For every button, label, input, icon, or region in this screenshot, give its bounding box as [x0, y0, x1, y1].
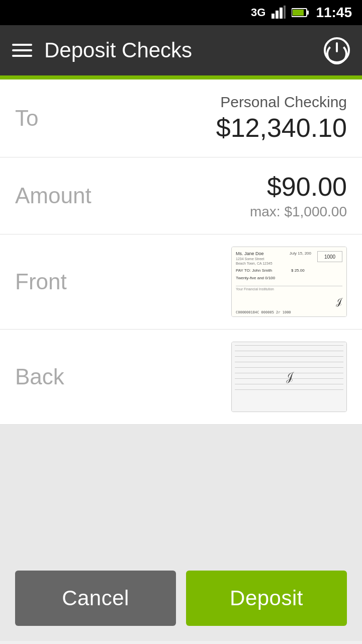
account-name: Personal Checking	[216, 94, 347, 111]
check-bank-line	[236, 282, 342, 286]
back-label: Back	[15, 364, 64, 389]
to-row[interactable]: To Personal Checking $12,340.10	[0, 79, 362, 157]
signal-text: 3G	[251, 6, 265, 19]
svg-rect-5	[307, 11, 309, 15]
status-bar: 3G 11:45	[0, 0, 362, 25]
amount-max: max: $1,000.00	[250, 204, 347, 220]
toolbar-left: Deposit Checks	[12, 38, 192, 62]
check-amount-box: 1000	[317, 251, 342, 262]
power-button[interactable]	[324, 37, 350, 63]
svg-rect-0	[272, 14, 275, 19]
hamburger-line-3	[12, 55, 32, 57]
time-display: 11:45	[316, 5, 352, 21]
svg-rect-1	[276, 11, 279, 19]
back-check-thumbnail[interactable]: 𝒥	[231, 342, 347, 412]
cancel-button[interactable]: Cancel	[15, 571, 176, 626]
to-value: Personal Checking $12,340.10	[216, 94, 347, 143]
amount-row[interactable]: Amount $90.00 max: $1,000.00	[0, 157, 362, 234]
back-row[interactable]: Back 𝒥	[0, 330, 362, 425]
button-row: Cancel Deposit	[0, 555, 362, 641]
status-bar-right: 3G 11:45	[251, 5, 352, 21]
accent-bar	[0, 75, 362, 79]
amount-value-container: $90.00 max: $1,000.00	[250, 172, 347, 220]
check-front-image: Ms. Jane Doe 1234 Some Street Beach Town…	[232, 247, 346, 316]
front-row[interactable]: Front Ms. Jane Doe 1234 Some Street Beac…	[0, 234, 362, 330]
svg-rect-3	[284, 6, 286, 19]
hamburger-line-2	[12, 49, 32, 51]
front-check-thumbnail[interactable]: Ms. Jane Doe 1234 Some Street Beach Town…	[231, 247, 347, 317]
check-bank-name: Your Financial Institution	[236, 287, 342, 291]
toolbar: Deposit Checks	[0, 25, 362, 75]
battery-icon	[292, 8, 310, 18]
check-back-image: 𝒥	[232, 342, 346, 412]
bottom-area	[0, 425, 362, 555]
check-amount-words: Twenty-five and 0/100	[236, 276, 342, 280]
amount-value: $90.00	[250, 172, 347, 202]
check-micr: C000000184C 000005 2r 1000	[236, 310, 291, 314]
page-title: Deposit Checks	[44, 38, 192, 62]
svg-rect-2	[280, 8, 283, 19]
deposit-button[interactable]: Deposit	[186, 571, 347, 626]
signal-icon	[272, 6, 286, 20]
menu-button[interactable]	[12, 44, 32, 57]
to-label: To	[15, 106, 38, 131]
account-balance: $12,340.10	[216, 113, 347, 143]
check-payto: PAY TO: John Smith $ 25.00	[236, 268, 342, 273]
check-date: July 15, 200	[290, 251, 311, 256]
content-area: To Personal Checking $12,340.10 Amount $…	[0, 79, 362, 425]
svg-rect-6	[293, 10, 304, 16]
check-payer-city: Beach Town, CA 12345	[236, 262, 342, 265]
front-label: Front	[15, 269, 67, 294]
amount-label: Amount	[15, 183, 92, 208]
hamburger-line-1	[12, 44, 32, 46]
check-signature: 𝒥	[336, 297, 342, 308]
